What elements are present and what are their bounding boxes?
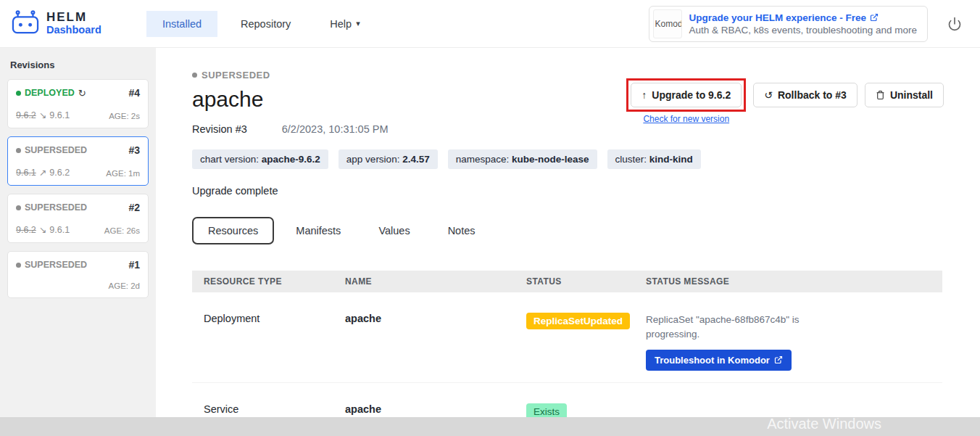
revision-age: AGE: 2s [109, 112, 140, 120]
promo-upgrade-link[interactable]: Upgrade your HELM experience - Free [689, 12, 917, 23]
status-dot-icon [16, 91, 21, 96]
revision-card-2[interactable]: SUPERSEDED #2 9.6.2 ↘ 9.6.1 AGE: 26s [7, 194, 149, 243]
reload-icon: ↻ [78, 88, 86, 99]
tab-manifests[interactable]: Manifests [280, 217, 357, 244]
revision-age: AGE: 26s [104, 226, 140, 235]
komodor-logo: Komod [653, 9, 682, 38]
external-link-icon [870, 13, 879, 22]
namespace-chip: namespace: kube-node-lease [448, 149, 597, 169]
external-link-icon [774, 355, 783, 364]
power-icon[interactable] [942, 12, 967, 36]
revision-status: SUPERSEDED [16, 145, 87, 155]
status-dot-icon [16, 148, 21, 153]
status-dot-icon [16, 205, 21, 210]
promo-title-text: Upgrade your HELM experience - Free [689, 12, 867, 23]
uninstall-button[interactable]: Uninstall [865, 83, 944, 107]
col-status: STATUS [526, 276, 646, 287]
release-detail-panel: SUPERSEDED apache ↑ Upgrade to 9.6.2 Che… [156, 48, 980, 417]
promo-subtitle: Auth & RBAC, k8s events, troubleshooting… [689, 25, 917, 36]
app-version-chip: app version: 2.4.57 [339, 149, 438, 169]
resource-type-cell: Deployment [204, 313, 345, 324]
detail-tabs: Resources Manifests Values Notes [192, 217, 944, 244]
nav-label: Installed [162, 18, 202, 30]
revision-versions: 9.6.2 ↘ 9.6.1 [16, 110, 70, 120]
status-dot-icon [16, 263, 21, 268]
col-name: NAME [345, 276, 526, 287]
col-status-message: STATUS MESSAGE [646, 276, 931, 287]
check-new-version-link[interactable]: Check for new version [643, 114, 729, 124]
nav-label: Help [330, 18, 352, 30]
revision-number: #4 [128, 87, 140, 99]
revision-status: SUPERSEDED [16, 260, 87, 270]
version-arrow-icon: ↗ [39, 167, 46, 178]
revision-label: Revision #3 [192, 123, 247, 135]
table-row: Deployment apache ReplicaSetUpdated Repl… [192, 301, 942, 383]
annotation-highlight: ↑ Upgrade to 9.6.2 [626, 78, 746, 112]
chart-version-chip: chart version: apache-9.6.2 [192, 149, 328, 169]
up-arrow-icon: ↑ [641, 89, 647, 101]
logo-title: HELM [46, 11, 101, 25]
revision-versions: 9.6.1 ↗ 9.6.2 [16, 167, 70, 178]
troubleshoot-button-label: Troubleshoot in Komodor [655, 355, 770, 366]
bottom-strip: Activate Windows [0, 417, 980, 436]
revision-number: #3 [128, 144, 140, 156]
table-header-row: RESOURCE TYPE NAME STATUS STATUS MESSAGE [192, 271, 942, 292]
chevron-down-icon: ▾ [356, 19, 360, 28]
tab-values[interactable]: Values [362, 217, 425, 244]
cluster-chip: cluster: kind-kind [607, 149, 701, 169]
upgrade-button[interactable]: ↑ Upgrade to 9.6.2 [631, 83, 742, 107]
release-badges: chart version: apache-9.6.2 app version:… [192, 149, 944, 169]
trash-icon [876, 90, 885, 100]
tab-notes[interactable]: Notes [432, 217, 491, 244]
tab-resources[interactable]: Resources [192, 217, 274, 244]
resource-name-cell: apache [345, 403, 526, 415]
resources-table: RESOURCE TYPE NAME STATUS STATUS MESSAGE… [192, 271, 942, 417]
table-row: Service apache Exists [192, 392, 942, 418]
revision-meta: Revision #3 6/2/2023, 10:31:05 PM [192, 123, 944, 135]
rollback-button[interactable]: ↺ Rollback to #3 [753, 83, 858, 107]
status-message-text: ReplicaSet "apache-68fb867c4b" is progre… [646, 313, 827, 342]
revision-status: DEPLOYED ↻ [16, 88, 86, 99]
nav-label: Repository [241, 18, 291, 30]
status-dot-icon [192, 73, 197, 78]
col-resource-type: RESOURCE TYPE [204, 276, 345, 287]
logo-subtitle: Dashboard [46, 25, 101, 36]
revision-age: AGE: 1m [106, 169, 140, 178]
nav-item-installed[interactable]: Installed [146, 11, 217, 37]
resource-type-cell: Service [204, 403, 345, 415]
status-badge: ReplicaSetUpdated [526, 313, 630, 329]
rollback-icon: ↺ [764, 89, 773, 101]
resource-name-cell: apache [345, 313, 526, 324]
uninstall-button-label: Uninstall [890, 89, 933, 101]
release-actions: ↑ Upgrade to 9.6.2 Check for new version… [626, 78, 944, 124]
revision-age: AGE: 2d [109, 281, 140, 290]
upgrade-button-label: Upgrade to 9.6.2 [652, 89, 731, 101]
revisions-sidebar: Revisions DEPLOYED ↻ #4 9.6.2 ↘ 9.6.1 AG… [0, 48, 156, 417]
rollback-button-label: Rollback to #3 [778, 89, 847, 101]
top-navbar: HELM Dashboard Installed Repository Help… [0, 0, 980, 48]
helm-logo-icon [10, 9, 41, 38]
nav-item-help[interactable]: Help ▾ [314, 11, 375, 37]
release-description: Upgrade complete [192, 185, 944, 197]
sidebar-title: Revisions [10, 59, 149, 70]
version-arrow-icon: ↘ [39, 224, 46, 235]
version-arrow-icon: ↘ [39, 110, 46, 120]
troubleshoot-button[interactable]: Troubleshoot in Komodor [646, 350, 792, 371]
revision-card-4[interactable]: DEPLOYED ↻ #4 9.6.2 ↘ 9.6.1 AGE: 2s [7, 79, 149, 128]
revision-date: 6/2/2023, 10:31:05 PM [282, 123, 389, 135]
komodor-promo-banner[interactable]: Komod Upgrade your HELM experience - Fre… [649, 6, 928, 42]
activate-windows-watermark: Activate Windows [767, 416, 881, 432]
helm-dashboard-logo[interactable]: HELM Dashboard [10, 9, 126, 38]
revision-card-1[interactable]: SUPERSEDED #1 AGE: 2d [7, 251, 149, 298]
nav-item-repository[interactable]: Repository [225, 11, 307, 37]
revision-number: #2 [128, 202, 140, 213]
status-message-cell: ReplicaSet "apache-68fb867c4b" is progre… [646, 313, 931, 371]
status-badge: Exists [526, 403, 567, 418]
revision-card-3[interactable]: SUPERSEDED #3 9.6.1 ↗ 9.6.2 AGE: 1m [7, 136, 149, 186]
main-nav: Installed Repository Help ▾ [146, 11, 376, 37]
revision-number: #1 [128, 259, 140, 271]
revision-versions: 9.6.2 ↘ 9.6.1 [16, 224, 70, 235]
revision-status: SUPERSEDED [16, 202, 87, 213]
